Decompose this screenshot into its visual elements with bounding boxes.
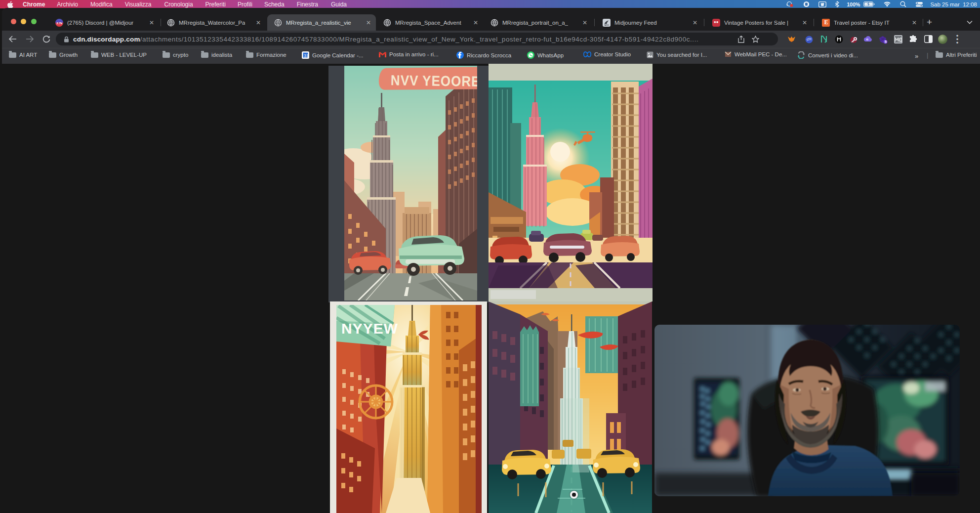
svg-text:NYYEW: NYYEW [341,320,398,337]
svg-text:31: 31 [304,53,309,58]
svg-text:5: 5 [885,40,887,44]
